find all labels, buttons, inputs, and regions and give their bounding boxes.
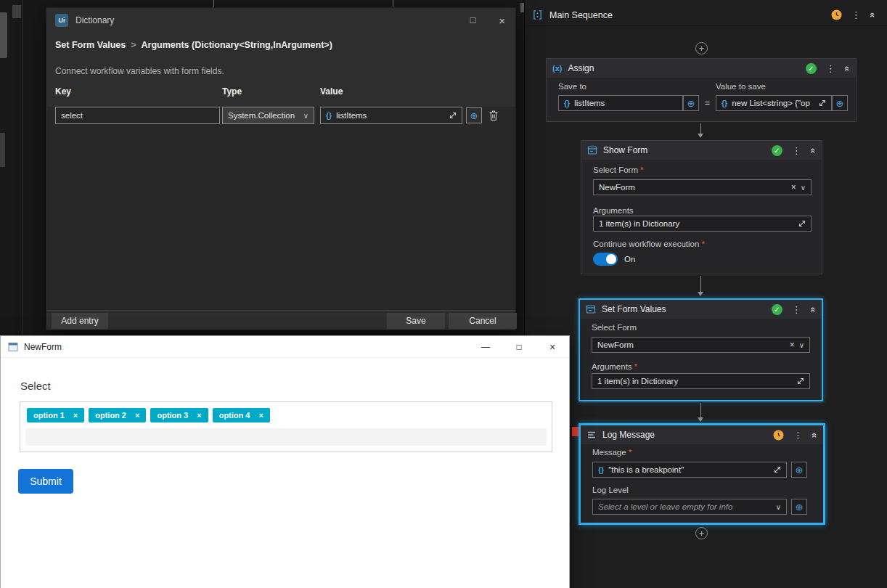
breadcrumb-parent[interactable]: Set Form Values: [55, 40, 126, 50]
breadcrumb: Set Form Values>Arguments (Dictionary<St…: [55, 40, 332, 50]
breadcrumb-current: Arguments (Dictionary<String,InArgument>…: [142, 40, 332, 50]
canvas-divider: [22, 0, 23, 335]
equals-sign: =: [705, 98, 710, 108]
collapse-icon[interactable]: «: [808, 306, 819, 311]
remove-chip-icon[interactable]: ×: [135, 411, 139, 420]
set-form-values-header[interactable]: Set Form Values ✓ ⋮ «: [580, 300, 822, 319]
show-form-header[interactable]: Show Form ✓ ⋮ «: [581, 141, 822, 160]
canvas-connector-fragment: [213, 0, 214, 7]
menu-dots-icon[interactable]: ⋮: [851, 9, 861, 20]
main-sequence-header[interactable]: Main Sequence ⋮ «: [525, 4, 887, 26]
cancel-button[interactable]: Cancel: [449, 313, 517, 329]
activity-show-form[interactable]: Show Form ✓ ⋮ « Select Form* NewForm × ∨…: [581, 140, 822, 274]
collapse-all-icon[interactable]: «: [867, 12, 878, 17]
remove-chip-icon[interactable]: ×: [258, 411, 263, 420]
collapse-icon[interactable]: «: [809, 432, 820, 437]
toggle-pill[interactable]: [593, 253, 618, 266]
remove-chip-icon[interactable]: ×: [197, 411, 201, 420]
assign-save-to-plus-button[interactable]: ⊕: [683, 95, 699, 111]
menu-dots-icon[interactable]: ⋮: [792, 304, 801, 315]
log-message-input[interactable]: {} "this is a breakpoint": [592, 462, 787, 478]
sequence-icon: [532, 9, 543, 20]
option-chip[interactable]: option 4×: [213, 408, 270, 422]
selected-options: option 1× option 2× option 3× option 4×: [27, 408, 270, 422]
assign-value-input[interactable]: {} new List<string> {"opt: [716, 95, 832, 111]
expand-editor-icon[interactable]: [798, 220, 806, 227]
save-button[interactable]: Save: [387, 313, 445, 329]
value-plus-button[interactable]: ⊕: [466, 107, 482, 123]
key-input[interactable]: [55, 107, 220, 124]
newform-titlebar[interactable]: NewForm — □ ×: [1, 336, 569, 358]
expand-editor-icon[interactable]: [449, 112, 457, 119]
select-form-label: Select Form*: [593, 166, 643, 174]
assign-value-plus-button[interactable]: ⊕: [832, 95, 848, 111]
log-level-plus-button[interactable]: ⊕: [791, 499, 807, 515]
log-level-dropdown[interactable]: Select a level or leave empty for info ∨: [592, 499, 787, 515]
form-window-icon: [8, 342, 18, 352]
submit-button[interactable]: Submit: [18, 469, 73, 494]
close-button[interactable]: ×: [499, 15, 505, 27]
minimize-button[interactable]: —: [469, 336, 502, 358]
assign-header[interactable]: (x) Assign ✓ ⋮ «: [547, 59, 856, 78]
log-message-header[interactable]: Log Message ⋮ «: [581, 425, 823, 444]
add-activity-button-bottom[interactable]: +: [695, 527, 708, 539]
type-select[interactable]: System.Collections.G ∨: [222, 107, 314, 124]
dialog-table-area: [47, 107, 515, 310]
option-chip[interactable]: option 3×: [150, 408, 208, 422]
maximize-button[interactable]: □: [470, 15, 475, 27]
value-expression-field[interactable]: {} listItems: [320, 107, 462, 124]
expand-editor-icon[interactable]: [819, 99, 826, 107]
arguments-label: Arguments: [593, 206, 634, 215]
expand-editor-icon[interactable]: [797, 377, 804, 385]
dialog-divider: [46, 310, 515, 311]
remove-chip-icon[interactable]: ×: [73, 411, 78, 420]
add-entry-button[interactable]: Add entry: [52, 313, 108, 329]
clear-selection-icon[interactable]: ×: [791, 182, 796, 192]
activity-log-message[interactable]: Log Message ⋮ « Message* {} "this is a b…: [579, 423, 825, 525]
pending-clock-icon: [773, 430, 784, 441]
collapse-icon[interactable]: «: [842, 65, 853, 70]
multiselect-text-input[interactable]: [25, 428, 547, 446]
activity-assign[interactable]: (x) Assign ✓ ⋮ « Save to {} listItems ⊕ …: [546, 58, 857, 122]
newform-title: NewForm: [24, 342, 62, 352]
menu-dots-icon[interactable]: ⋮: [792, 145, 801, 156]
chevron-down-icon[interactable]: ∨: [776, 503, 781, 511]
log-message-plus-button[interactable]: ⊕: [791, 462, 807, 478]
column-header-key: Key: [55, 86, 71, 97]
pending-clock-icon: [831, 9, 842, 20]
set-form-values-arguments-input[interactable]: 1 item(s) in Dictionary: [592, 373, 810, 389]
continue-execution-toggle[interactable]: On: [593, 253, 635, 266]
canvas-fragment: [12, 5, 21, 18]
continue-execution-label: Continue workflow execution*: [593, 240, 705, 248]
dialog-title: Dictionary: [75, 15, 114, 25]
option-chip[interactable]: option 2×: [89, 408, 146, 422]
set-form-values-select-combo[interactable]: NewForm × ∨: [592, 337, 810, 353]
log-level-label: Log Level: [592, 486, 629, 494]
menu-dots-icon[interactable]: ⋮: [826, 63, 835, 74]
show-form-arguments-input[interactable]: 1 item(s) in Dictionary: [593, 216, 812, 232]
chevron-down-icon[interactable]: ∨: [801, 184, 806, 192]
delete-row-icon[interactable]: [489, 110, 499, 121]
assign-save-to-input[interactable]: {} listItems: [558, 95, 683, 111]
maximize-button[interactable]: □: [502, 336, 536, 358]
activity-set-form-values[interactable]: Set Form Values ✓ ⋮ « Select Form NewFor…: [579, 298, 823, 401]
menu-dots-icon[interactable]: ⋮: [793, 430, 803, 441]
log-icon: [586, 430, 597, 440]
select-form-label: Select Form: [592, 323, 637, 332]
chevron-down-icon[interactable]: ∨: [799, 341, 804, 349]
clear-selection-icon[interactable]: ×: [790, 340, 795, 350]
add-activity-button-top[interactable]: +: [695, 42, 708, 54]
option-chip[interactable]: option 1×: [27, 408, 84, 422]
arguments-label: Arguments*: [592, 362, 637, 371]
assign-icon: (x): [552, 64, 562, 73]
newform-window: NewForm — □ × Select option 1× option 2×…: [0, 335, 570, 588]
show-form-select-combo[interactable]: NewForm × ∨: [593, 179, 812, 195]
connector-line: [700, 123, 701, 134]
breakpoint-marker[interactable]: [572, 427, 579, 436]
close-button[interactable]: ×: [536, 336, 569, 358]
collapse-icon[interactable]: «: [808, 147, 819, 152]
canvas-connector-fragment: [393, 0, 393, 7]
multiselect-field[interactable]: option 1× option 2× option 3× option 4×: [20, 401, 552, 452]
dialog-titlebar[interactable]: Ui Dictionary □ ×: [46, 8, 515, 33]
expand-editor-icon[interactable]: [774, 466, 781, 473]
